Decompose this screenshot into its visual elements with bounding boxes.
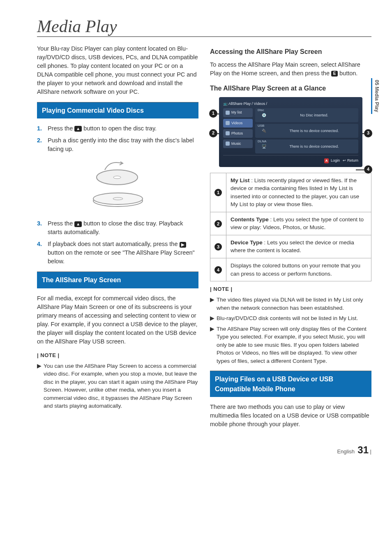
- note-item: ▶The video files played via DLNA will be…: [210, 296, 371, 312]
- enter-icon: E: [331, 71, 338, 77]
- eject-icon: ▲: [74, 221, 82, 227]
- table-row: 1 My List : Lists recently played or vie…: [210, 173, 371, 212]
- section-allshare-play-screen: The AllShare Play Screen: [37, 272, 198, 288]
- callout-marker: 4: [214, 266, 222, 274]
- eject-icon: ▲: [74, 126, 82, 132]
- bullet-icon: ▶: [210, 325, 217, 365]
- photos-icon: [226, 131, 230, 135]
- disc-tray-illustration: [37, 158, 198, 214]
- sidebar-item-videos[interactable]: Videos: [223, 119, 253, 128]
- device-disc[interactable]: Disc 💿 No Disc inserted.: [255, 108, 358, 122]
- bullet-icon: ▶: [210, 314, 217, 323]
- footer-language: English: [337, 448, 355, 455]
- step-number: 2.: [37, 136, 48, 153]
- callout-marker: 3: [214, 243, 222, 251]
- return-label[interactable]: Return: [347, 158, 358, 162]
- step-number: 4.: [37, 240, 48, 266]
- page-title: Media Play: [37, 16, 371, 37]
- intro-paragraph: Your Blu-ray Disc Player can play conten…: [37, 44, 198, 96]
- callout-2: 2: [209, 129, 217, 137]
- a-button-icon: A: [324, 158, 329, 163]
- screen-footer: A Login ↩ Return: [223, 155, 358, 163]
- step-text: Press the ▲ button to open the disc tray…: [48, 124, 157, 133]
- section-playing-commercial-discs: Playing Commercial Video Discs: [37, 102, 198, 118]
- callout-legend-table: 1 My List : Lists recently played or vie…: [210, 173, 371, 282]
- step-text: Push a disc gently into the disc tray wi…: [48, 136, 198, 153]
- step-text: If playback does not start automatically…: [48, 240, 198, 266]
- allshare-body: For all media, except for commercail vid…: [37, 294, 198, 346]
- table-row: 4 Displays the colored buttons on your r…: [210, 258, 371, 281]
- step-number: 1.: [37, 124, 48, 133]
- music-icon: [226, 142, 230, 146]
- sidebar-item-music[interactable]: Music: [223, 139, 253, 148]
- note-item: ▶ You can use the AllShare Play Screen t…: [37, 362, 198, 410]
- chapter-tab: 05 Media Play: [371, 78, 380, 114]
- heading-screen-glance: The AllShare Play Screen at a Glance: [210, 84, 371, 93]
- page-number: 31: [357, 444, 369, 455]
- svg-point-4: [113, 176, 121, 179]
- device-dlna[interactable]: DLNA 🖥️ There is no device connected.: [255, 139, 358, 153]
- step-text: Press the ▲ button to close the disc tra…: [48, 219, 198, 237]
- bullet-icon: ▶: [210, 296, 217, 312]
- note-item: ▶Blu-ray/DVD/CD disk contents will not b…: [210, 314, 371, 323]
- play-icon: ▶: [180, 242, 186, 248]
- device-list: Disc 💿 No Disc inserted. USB 🔌 There is …: [255, 108, 358, 153]
- heading-accessing-allshare: Accessing the AllShare Play Screen: [210, 47, 371, 56]
- left-column: Your Blu-ray Disc Player can play conten…: [37, 44, 198, 434]
- bullet-icon: ▶: [37, 362, 44, 410]
- table-row: 3 Device Type : Lets you select the devi…: [210, 235, 371, 258]
- sidebar-item-mylist[interactable]: My list: [223, 108, 253, 117]
- note-heading: | NOTE |: [210, 285, 371, 293]
- step-number: 3.: [37, 219, 48, 237]
- callout-3: 3: [364, 129, 372, 137]
- note-heading: | NOTE |: [37, 352, 198, 360]
- device-usb[interactable]: USB 🔌 There is no device connected.: [255, 124, 358, 138]
- accessing-body: To access the AllShare Play Main screen,…: [210, 60, 371, 78]
- sidebar-item-photos[interactable]: Photos: [223, 129, 253, 138]
- callout-marker: 1: [214, 189, 222, 196]
- section-usb-device: Playing Files on a USB Device or USB Com…: [210, 371, 371, 397]
- steps-list-continued: 3. Press the ▲ button to close the disc …: [37, 219, 198, 266]
- breadcrumb: 📺 AllShare Play / Videos /: [223, 101, 358, 107]
- steps-list: 1. Press the ▲ button to open the disc t…: [37, 124, 198, 153]
- right-column: Accessing the AllShare Play Screen To ac…: [210, 44, 371, 434]
- callout-1: 1: [209, 109, 217, 118]
- table-row: 2 Contents Type : Lets you select the ty…: [210, 212, 371, 235]
- note-item: ▶The AllShare Play screen will only disp…: [210, 325, 371, 365]
- list-icon: [226, 111, 230, 115]
- login-label[interactable]: Login: [331, 158, 340, 162]
- svg-point-1: [93, 193, 143, 204]
- callout-marker: 2: [214, 220, 222, 227]
- allshare-screenshot: 1 2 3 4 📺 AllShare Play / Videos / My li…: [210, 97, 371, 167]
- content-type-sidebar: My list Videos Photos Music: [223, 108, 253, 153]
- usb-body: There are two methods you can use to pla…: [210, 403, 371, 429]
- page-footer: English 31 |: [37, 444, 371, 456]
- return-icon: ↩: [343, 158, 346, 162]
- videos-icon: [226, 121, 230, 125]
